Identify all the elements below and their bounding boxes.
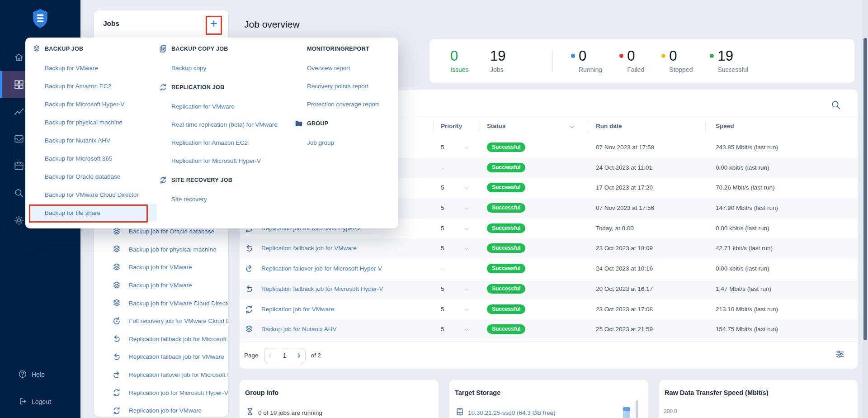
logout-button[interactable]: Logout — [0, 393, 80, 411]
logout-icon — [18, 397, 27, 407]
failback-job-icon — [244, 284, 254, 294]
menu-item[interactable]: Recovery points report — [294, 77, 391, 95]
menu-item[interactable]: Protection coverage report — [294, 95, 391, 113]
menu-item[interactable]: Site recovery — [159, 190, 289, 208]
run-date-value: 24 Oct 2023 at 10:16 — [596, 265, 653, 272]
status-sort-chevron-down-icon[interactable] — [569, 124, 576, 130]
menu-item[interactable]: Backup for Microsoft 365 — [32, 149, 152, 167]
failover-job-icon — [244, 264, 254, 274]
priority-chevron-down-icon[interactable] — [463, 226, 470, 232]
jobs-list-item[interactable]: Backup job for VMware — [94, 258, 228, 276]
table-row[interactable]: Backup job for Nutanix AHV5Successful25 … — [240, 319, 858, 340]
menu-item[interactable]: Replication for Amazon EC2 — [159, 133, 289, 152]
storage-link[interactable]: 10.30.21.25-ssd0 (64.3 GB free) — [468, 409, 556, 416]
jobs-list-item[interactable]: Backup job for VMware — [94, 276, 228, 294]
logout-label: Logout — [32, 398, 51, 405]
prev-page-button[interactable] — [264, 348, 277, 363]
card-scrollbar[interactable] — [636, 400, 638, 418]
page-number-input[interactable]: 1 — [277, 352, 293, 359]
status-badge: Successful — [487, 284, 525, 294]
replication-icon — [159, 83, 168, 92]
menu-item[interactable]: Replication for Microsoft Hyper-V — [159, 152, 289, 170]
jobs-list-item[interactable]: Replication failback job for VMware — [94, 348, 228, 366]
menu-item[interactable]: Backup copy — [159, 59, 289, 77]
job-name-link[interactable]: Replication job for VMware — [261, 306, 334, 313]
menu-item[interactable]: Backup for Oracle database — [32, 167, 152, 185]
page-stepper: 1 — [264, 348, 306, 363]
jobs-list-item[interactable]: Replication job for VMware — [94, 402, 228, 418]
jobs-list-item[interactable]: Replication failback job for Microsoft H… — [94, 330, 228, 348]
help-button[interactable]: Help — [0, 366, 80, 384]
speed-value: 243.85 Mbit/s (last run) — [716, 144, 778, 151]
menu-item[interactable]: Real-time replication (beta) for VMware — [159, 115, 289, 133]
stat-label: Stopped — [669, 66, 693, 73]
menu-section-header: MONITORINGREPORT — [294, 38, 391, 59]
menu-section-header: BACKUP COPY JOB — [159, 38, 289, 59]
stat-value: 0 — [627, 49, 635, 64]
pagination: Page 1 of 2 — [240, 342, 858, 369]
column-header-speed[interactable]: Speed — [716, 123, 734, 129]
menu-item[interactable]: Replication for VMware — [159, 97, 289, 115]
jobs-list-item[interactable]: Replication job for Microsoft Hyper-V — [94, 384, 228, 402]
priority-value: - — [441, 164, 443, 171]
table-row[interactable]: Replication failover job for Microsoft H… — [240, 259, 858, 279]
table-row[interactable]: Replication job for VMware5Successful23 … — [240, 299, 858, 320]
menu-item[interactable]: Backup for Amazon EC2 — [32, 77, 152, 95]
priority-chevron-down-icon[interactable] — [463, 145, 470, 151]
column-header-priority[interactable]: Priority — [441, 123, 462, 129]
menu-item[interactable]: Backup for Microsoft Hyper-V — [32, 95, 152, 113]
menu-item[interactable]: Backup for physical machine — [32, 113, 152, 131]
table-row[interactable]: Replication failback job for Microsoft H… — [240, 279, 858, 299]
column-header-run-date[interactable]: Run date — [596, 123, 622, 129]
speed-value: 42.71 kbit/s (last run) — [716, 245, 773, 252]
jobs-list-item[interactable]: Full recovery job for VMware Cloud Direc… — [94, 312, 228, 330]
job-name-link[interactable]: Backup job for Nutanix AHV — [261, 326, 337, 332]
run-date-value: 07 Nov 2023 at 17:58 — [596, 144, 654, 151]
menu-item[interactable]: Job group — [294, 133, 391, 152]
job-name-link[interactable]: Replication failback job for Microsoft H… — [261, 285, 383, 292]
job-list-label: Replication job for Microsoft Hyper-V — [129, 390, 228, 396]
menu-section-title: REPLICATION JOB — [171, 84, 224, 90]
stat-value-row: 0 — [571, 49, 602, 64]
priority-chevron-down-icon[interactable] — [463, 327, 470, 333]
priority-chevron-down-icon[interactable] — [463, 307, 470, 313]
menu-item[interactable]: Backup for file share — [29, 204, 157, 222]
priority-chevron-down-icon[interactable] — [463, 205, 470, 212]
recovery-job-icon — [112, 316, 122, 326]
menu-item[interactable]: Backup for VMware — [32, 59, 152, 77]
menu-item[interactable]: Backup for VMware Cloud Director — [32, 185, 152, 204]
menu-item[interactable]: Overview report — [294, 59, 391, 77]
job-name-link[interactable]: Replication failover job for Microsoft H… — [261, 265, 382, 272]
stat-failed: 0Failed — [619, 49, 644, 74]
menu-section-header: SITE RECOVERY JOB — [159, 170, 289, 190]
menu-section-header: REPLICATION JOB — [159, 77, 289, 97]
job-list-label: Replication job for VMware — [129, 407, 202, 414]
hourglass-icon — [245, 407, 255, 418]
column-header-status[interactable]: Status — [487, 123, 505, 129]
table-row[interactable]: Replication failback job for VMware5Succ… — [240, 238, 858, 259]
jobs-list-item[interactable]: Backup job for VMware Cloud Director — [94, 294, 228, 312]
status-badge: Successful — [487, 142, 525, 152]
stat-jobs: 19Jobs — [490, 49, 513, 74]
jobs-list-item[interactable]: Backup job for physical machine — [94, 241, 228, 259]
stat-value: 0 — [450, 49, 458, 64]
job-name-link[interactable]: Replication failback job for VMware — [261, 245, 357, 252]
replication-job-icon — [244, 304, 254, 314]
menu-column: BACKUP JOBBackup for VMwareBackup for Am… — [32, 38, 152, 222]
priority-chevron-down-icon[interactable] — [463, 286, 470, 293]
menu-column: MONITORINGREPORTOverview reportRecovery … — [294, 38, 391, 152]
filter-sliders-icon[interactable] — [835, 349, 845, 359]
next-page-button[interactable] — [293, 348, 305, 363]
search-icon[interactable] — [830, 100, 841, 110]
add-job-button[interactable]: + — [207, 15, 221, 32]
menu-item[interactable]: Backup for Nutanix AHV — [32, 131, 152, 149]
stat-label: Failed — [627, 66, 644, 73]
priority-chevron-down-icon[interactable] — [463, 246, 470, 252]
window-scrollbar-thumb[interactable] — [863, 38, 867, 340]
job-list-label: Replication failback job for Microsoft H… — [129, 336, 228, 342]
status-badge: Successful — [487, 264, 525, 273]
jobs-list-item[interactable]: Replication failover job for Microsoft H… — [94, 366, 228, 384]
target-storage-title: Target Storage — [449, 380, 648, 396]
priority-chevron-down-icon[interactable] — [463, 185, 470, 191]
speed-value: 213.10 Mbit/s (last run) — [716, 306, 778, 313]
